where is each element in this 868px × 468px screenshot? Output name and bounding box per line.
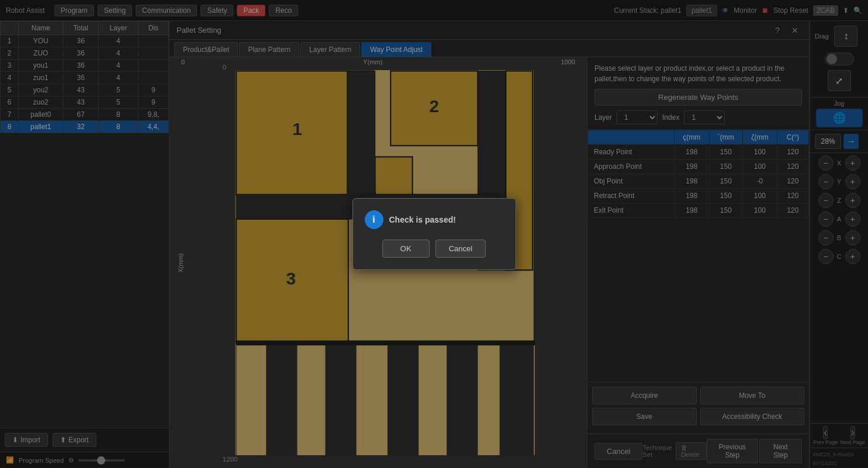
modal-cancel-button[interactable]: Cancel — [435, 240, 486, 258]
modal-dialog: i Check is passed! OK Cancel — [352, 198, 516, 270]
modal-ok-button[interactable]: OK — [382, 240, 430, 258]
modal-header: i Check is passed! — [365, 210, 504, 229]
modal-buttons: OK Cancel — [365, 240, 504, 258]
modal-info-icon: i — [365, 210, 383, 229]
modal-overlay: i Check is passed! OK Cancel — [0, 0, 868, 468]
modal-message: Check is passed! — [389, 215, 456, 224]
